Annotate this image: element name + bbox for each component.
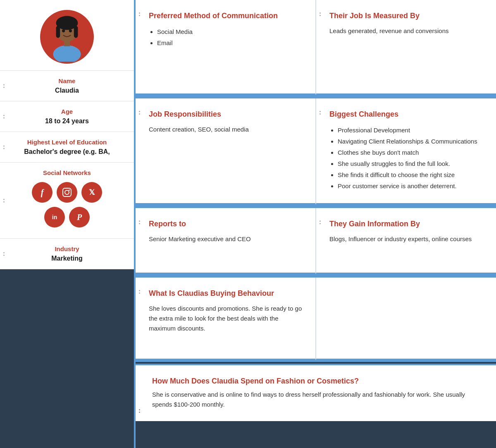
svg-point-10 [69, 189, 70, 191]
svg-rect-3 [74, 26, 78, 38]
challenges-heading: Biggest Challenges [329, 110, 483, 119]
comm-list: Social Media Email [149, 26, 302, 48]
comm-item-1: Social Media [157, 26, 302, 37]
job-resp-cell: Job Responsibilities Content creation, S… [136, 98, 316, 205]
svg-point-9 [65, 190, 69, 194]
svg-point-4 [53, 45, 81, 62]
challenge-6: Poor customer service is another deterre… [338, 180, 483, 192]
svg-rect-2 [56, 26, 60, 38]
pinterest-icon[interactable]: P [69, 207, 90, 228]
buying-cell: What Is Claudias Buying Behaviour She lo… [136, 278, 316, 360]
challenge-4: She usually struggles to find the full l… [338, 158, 483, 169]
svg-point-6 [62, 29, 65, 32]
dots [139, 12, 140, 16]
buying-heading: What Is Claudias Buying Behaviour [149, 289, 302, 298]
svg-rect-8 [63, 188, 71, 196]
age-section: Age 18 to 24 years [0, 101, 134, 132]
education-label: Highest Level of Education [8, 139, 126, 146]
job-measured-text: Leads generated, revenue and conversions [329, 26, 483, 36]
linkedin-icon[interactable]: in [44, 207, 65, 228]
age-value: 18 to 24 years [8, 117, 126, 125]
bottom-dots [139, 409, 140, 413]
name-section: Name Claudia [0, 71, 134, 101]
instagram-icon[interactable] [57, 182, 77, 203]
spend-heading: How Much Does Claudia Spend on Fashion o… [152, 377, 479, 386]
dots [3, 252, 5, 256]
twitter-icon[interactable]: 𝕏 [81, 182, 102, 203]
reports-cell: Reports to Senior Marketing executive an… [136, 208, 316, 274]
buying-text: She loves discounts and promotions. She … [149, 304, 302, 333]
dots [3, 115, 5, 118]
dots [320, 111, 321, 115]
job-measured-cell: Their Job Is Measured By Leads generated… [316, 0, 496, 95]
industry-value: Marketing [8, 255, 126, 262]
job-measured-heading: Their Job Is Measured By [329, 12, 483, 20]
avatar-section [0, 0, 134, 71]
reports-text: Senior Marketing executive and CEO [149, 234, 302, 244]
empty-cell [316, 278, 496, 360]
svg-rect-5 [64, 40, 70, 46]
dots [320, 12, 321, 16]
job-resp-heading: Job Responsibilities [149, 110, 302, 119]
challenge-5: She finds it difficult to choose the rig… [338, 169, 483, 180]
challenges-list: Professional Development Navigating Clie… [329, 125, 483, 192]
social-icons-row1: f 𝕏 [8, 182, 126, 203]
spend-text: She is conservative and is online to fin… [152, 390, 479, 410]
gain-cell: They Gain Information By Blogs, Influenc… [316, 208, 496, 274]
industry-label: Industry [8, 245, 126, 252]
gain-text: Blogs, Influencer or industry experts, o… [329, 234, 483, 244]
social-icons-row2: in P [8, 207, 126, 228]
social-section: Social Networks f 𝕏 in P [0, 163, 134, 239]
industry-section: Industry Marketing [0, 239, 134, 269]
social-label: Social Networks [8, 169, 126, 176]
challenge-1: Professional Development [338, 125, 483, 136]
svg-point-7 [69, 29, 72, 32]
reports-heading: Reports to [149, 220, 302, 228]
comm-heading: Preferred Method of Communication [149, 12, 302, 20]
main-content: Preferred Method of Communication Social… [136, 0, 496, 448]
dots [139, 290, 140, 294]
education-value: Bachelor's degree (e.g. BA, [8, 148, 126, 156]
name-label: Name [8, 77, 126, 84]
dots [139, 220, 140, 224]
dots [320, 220, 321, 224]
dots [3, 145, 5, 149]
challenges-cell: Biggest Challenges Professional Developm… [316, 98, 496, 205]
gain-heading: They Gain Information By [329, 220, 483, 228]
dots [3, 84, 5, 88]
challenge-3: Clothes she buys don't match [338, 147, 483, 158]
dots [3, 199, 5, 202]
challenge-2: Navigating Client Relationships & Commun… [338, 136, 483, 147]
name-value: Claudia [8, 87, 126, 94]
avatar [40, 10, 94, 64]
dots [139, 111, 140, 115]
education-section: Highest Level of Education Bachelor's de… [0, 132, 134, 163]
spend-section: How Much Does Claudia Spend on Fashion o… [136, 364, 496, 421]
comm-cell: Preferred Method of Communication Social… [136, 0, 316, 95]
job-resp-text: Content creation, SEO, social media [149, 125, 302, 134]
age-label: Age [8, 108, 126, 115]
comm-item-2: Email [157, 37, 302, 48]
facebook-icon[interactable]: f [32, 182, 52, 203]
sidebar: Name Claudia Age 18 to 24 years Highest … [0, 0, 136, 448]
